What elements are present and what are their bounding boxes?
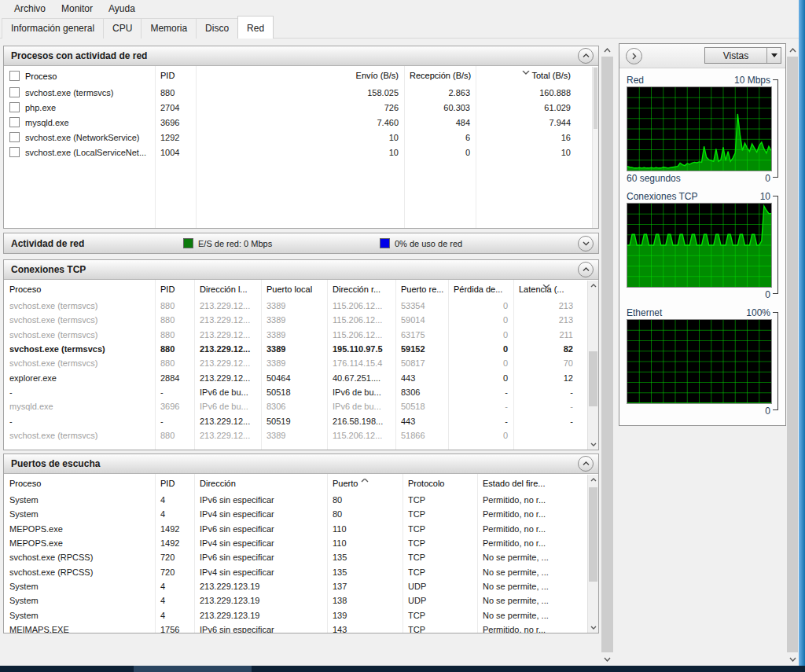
column-header[interactable]: Proceso xyxy=(4,285,155,294)
scroll-up-icon[interactable] xyxy=(601,43,614,57)
table-cell: 211 xyxy=(513,330,579,340)
column-header[interactable]: Protocolo xyxy=(402,479,477,488)
column-separator xyxy=(402,474,403,633)
table-row[interactable]: svchost.exe (termsvcs)880213.229.12...33… xyxy=(4,356,598,370)
table-row[interactable]: System4213.229.123.19138UDPNo se permite… xyxy=(4,593,598,608)
column-header[interactable]: PID xyxy=(155,479,194,488)
table-cell: svchost.exe (termsvcs) xyxy=(4,344,155,354)
table-row[interactable]: svchost.exe (NetworkService)129210616 xyxy=(4,130,598,145)
column-separator xyxy=(476,66,476,228)
table-row[interactable]: explorer.exe2884213.229.12...5046440.67.… xyxy=(4,370,598,384)
column-header[interactable]: Proceso xyxy=(4,479,155,488)
table-cell: 3389 xyxy=(261,330,327,340)
main-vertical-scrollbar[interactable] xyxy=(601,43,614,666)
network-usage-legend: 0% de uso de red xyxy=(380,238,462,248)
column-header[interactable]: PID xyxy=(155,71,196,80)
procesos-table-scrollbar[interactable] xyxy=(592,67,598,228)
column-header[interactable]: Latencia (... xyxy=(513,285,579,294)
table-row[interactable]: svchost.exe (termsvcs)880213.229.12...33… xyxy=(4,428,598,442)
table-cell: 8306 xyxy=(395,387,448,397)
table-row[interactable]: svchost.exe (termsvcs)880213.229.12...33… xyxy=(4,342,598,356)
row-checkbox[interactable] xyxy=(9,117,20,127)
column-header[interactable]: Pérdida de... xyxy=(448,285,513,294)
table-cell: mysqld.exe xyxy=(4,402,155,411)
table-row[interactable]: System4213.229.123.19137UDPNo se permite… xyxy=(4,579,598,593)
row-checkbox[interactable] xyxy=(9,132,20,142)
column-header[interactable]: Recepción (B/s) xyxy=(404,71,476,80)
table-row[interactable]: MEPOPS.exe1492IPv6 sin especificar110TCP… xyxy=(4,522,598,536)
panel-puertos-escucha: Puertos de escucha ProcesoPIDDirecciónPu… xyxy=(3,454,599,633)
table-row[interactable]: svchost.exe (termsvcs)880213.229.12...33… xyxy=(4,328,598,342)
tab-red[interactable]: Red xyxy=(237,16,274,39)
table-cell: 0 xyxy=(448,315,513,325)
table-row[interactable]: svchost.exe (RPCSS)720IPv4 sin especific… xyxy=(4,564,598,578)
column-header[interactable]: Dirección l... xyxy=(194,285,261,294)
table-cell: IPv6 de bu... xyxy=(327,387,395,397)
table-row[interactable]: mysqld.exe36967.4604847.944 xyxy=(4,115,598,130)
tab-strip: Información general CPU Memoria Disco Re… xyxy=(0,17,805,39)
column-header[interactable]: Proceso xyxy=(4,71,155,81)
table-cell: 160.888 xyxy=(476,88,576,97)
table-row[interactable]: svchost.exe (LocalServiceNet...100410010 xyxy=(4,145,598,160)
column-header[interactable]: Puerto xyxy=(327,479,402,488)
table-cell: 2.863 xyxy=(404,88,476,97)
table-cell: System xyxy=(4,596,155,605)
column-header[interactable]: Dirección xyxy=(194,479,327,488)
menu-archivo[interactable]: Archivo xyxy=(6,2,53,16)
expand-actividad-button[interactable] xyxy=(578,236,594,252)
scroll-down-icon[interactable] xyxy=(588,439,598,450)
scroll-down-icon[interactable] xyxy=(786,652,799,666)
table-row[interactable]: mysqld.exe3696IPv6 de bu...8306IPv6 de b… xyxy=(4,399,598,413)
panel-puertos-title: Puertos de escucha xyxy=(11,458,100,469)
column-header[interactable]: Dirección r... xyxy=(327,285,395,294)
column-header[interactable]: Envío (B/s) xyxy=(196,71,404,80)
table-row[interactable]: php.exe270472660.30361.029 xyxy=(4,100,598,115)
scroll-up-icon[interactable] xyxy=(588,475,598,485)
column-header[interactable]: Puerto re... xyxy=(395,285,448,294)
tab-informacion-general[interactable]: Información general xyxy=(2,18,104,39)
menu-monitor[interactable]: Monitor xyxy=(53,2,101,16)
scroll-down-icon[interactable] xyxy=(601,652,614,666)
tab-cpu[interactable]: CPU xyxy=(103,18,142,39)
table-cell: svchost.exe (termsvcs) xyxy=(4,315,155,325)
table-row[interactable]: --IPv6 de bu...50518IPv6 de bu...8306-- xyxy=(4,385,598,399)
collapse-puertos-button[interactable] xyxy=(578,456,594,472)
table-row[interactable]: MEIMAPS.EXE1756IPv6 sin especificar143TC… xyxy=(4,622,598,633)
select-all-checkbox[interactable] xyxy=(9,71,20,81)
row-checkbox[interactable] xyxy=(9,147,20,157)
views-dropdown-arrow[interactable] xyxy=(766,48,781,63)
table-row[interactable]: System4IPv4 sin especificar80TCPPermitid… xyxy=(4,507,598,521)
table-row[interactable]: System4IPv6 sin especificar80TCPPermitid… xyxy=(4,493,598,507)
column-header[interactable]: PID xyxy=(155,285,194,294)
table-cell: 880 xyxy=(155,358,194,368)
table-row[interactable]: --213.229.12...50519216.58.198...443-- xyxy=(4,413,598,428)
collapse-conexiones-button[interactable] xyxy=(578,262,594,277)
column-header[interactable]: Estado del fire... xyxy=(477,479,579,488)
row-checkbox[interactable] xyxy=(9,87,20,97)
column-header[interactable]: Puerto local xyxy=(261,285,327,294)
column-separator xyxy=(194,474,195,633)
graph-red-xlabel: 60 segundos xyxy=(627,173,681,184)
collapse-graphs-button[interactable] xyxy=(626,48,642,64)
table-row[interactable]: MEPOPS.exe1492IPv4 sin especificar110TCP… xyxy=(4,536,598,550)
menu-ayuda[interactable]: Ayuda xyxy=(101,2,143,16)
table-row[interactable]: System4213.229.123.19139TCPNo se permite… xyxy=(4,608,598,622)
table-row[interactable]: svchost.exe (RPCSS)720IPv6 sin especific… xyxy=(4,550,598,564)
column-header[interactable]: Total (B/s) xyxy=(476,71,576,80)
table-row[interactable]: svchost.exe (termsvcs)880213.229.12...33… xyxy=(4,313,598,327)
table-row[interactable]: svchost.exe (termsvcs)880158.0252.863160… xyxy=(4,85,598,100)
collapse-procesos-button[interactable] xyxy=(578,48,594,64)
tab-memoria[interactable]: Memoria xyxy=(141,18,197,39)
scroll-down-icon[interactable] xyxy=(588,622,598,633)
puertos-table-scrollbar[interactable] xyxy=(587,475,598,633)
row-checkbox[interactable] xyxy=(9,102,20,112)
conexiones-table-scrollbar[interactable] xyxy=(587,281,598,450)
tab-disco[interactable]: Disco xyxy=(196,18,238,39)
table-cell: - xyxy=(448,402,513,411)
table-row[interactable]: svchost.exe (termsvcs)880213.229.12...33… xyxy=(4,299,598,313)
scroll-up-icon[interactable] xyxy=(786,43,799,57)
scroll-up-icon[interactable] xyxy=(588,281,598,291)
views-dropdown-button[interactable]: Vistas xyxy=(704,47,781,64)
graphs-vertical-scrollbar[interactable] xyxy=(786,43,799,666)
table-cell: 213.229.12... xyxy=(194,373,261,383)
